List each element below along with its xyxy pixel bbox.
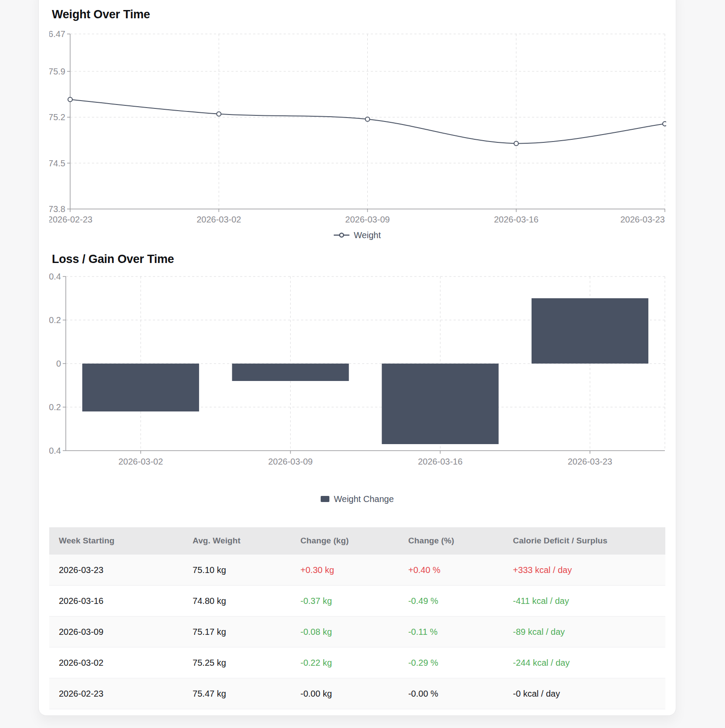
column-header-3: Change (kg) (293, 527, 400, 555)
weight-chart-title: Weight Over Time (52, 7, 665, 21)
cell-2: 74.80 kg (185, 586, 292, 617)
loss-gain-bar-chart[interactable]: 0.40.20-0.2-0.42026-03-022026-03-092026-… (49, 273, 666, 469)
column-header-2: Avg. Weight (185, 527, 292, 555)
legend-weight-change-label: Weight Change (334, 493, 394, 505)
cell-1: 2026-03-23 (49, 555, 185, 586)
cell-5: -89 kcal / day (505, 617, 665, 647)
data-point-marker[interactable] (663, 121, 666, 126)
cell-1: 2026-03-16 (49, 586, 185, 617)
cell-1: 2026-03-09 (49, 617, 185, 647)
loss-gain-chart-title: Loss / Gain Over Time (52, 252, 665, 266)
x-tick-label: 2026-02-23 (49, 215, 92, 224)
cell-1: 2026-03-02 (49, 647, 185, 678)
data-point-marker[interactable] (514, 141, 518, 145)
bar-series-icon (321, 496, 329, 502)
x-tick-label: 2026-03-02 (196, 215, 241, 224)
y-tick-label: 75.9 (49, 67, 65, 76)
y-tick-label: 74.5 (49, 158, 65, 168)
column-header-1: Week Starting (49, 527, 185, 555)
x-tick-label: 2026-03-09 (345, 215, 390, 224)
cell-4: -0.49 % (400, 586, 505, 617)
cell-2: 75.10 kg (185, 555, 292, 586)
table-header: Week StartingAvg. WeightChange (kg)Chang… (49, 527, 665, 555)
cell-2: 75.25 kg (185, 647, 292, 678)
data-point-marker[interactable] (217, 112, 221, 116)
cell-1: 2026-02-23 (49, 678, 185, 709)
cell-5: +333 kcal / day (505, 555, 665, 586)
y-tick-label: -0.4 (49, 446, 61, 455)
cell-5: -411 kcal / day (505, 586, 665, 617)
y-tick-label: 0.2 (49, 315, 61, 325)
column-header-5: Calorie Deficit / Surplus (505, 527, 665, 555)
cell-3: -0.37 kg (293, 586, 400, 617)
y-tick-label: 0 (56, 359, 61, 368)
y-tick-label: 73.8 (49, 204, 65, 214)
y-tick-label: 76.47 (49, 29, 65, 39)
cell-5: -244 kcal / day (505, 647, 665, 678)
weight-change-bar[interactable] (232, 364, 349, 381)
y-tick-label: 75.2 (49, 112, 65, 122)
x-tick-label: 2026-03-23 (568, 457, 612, 466)
table-row: 2026-03-1674.80 kg-0.37 kg-0.49 %-411 kc… (49, 586, 665, 617)
cell-2: 75.47 kg (185, 678, 292, 709)
x-tick-label: 2026-03-16 (494, 215, 539, 224)
data-point-marker[interactable] (68, 98, 72, 102)
y-tick-label: 0.4 (49, 273, 61, 281)
weight-change-bar[interactable] (532, 298, 648, 364)
table-row: 2026-02-2375.47 kg-0.00 kg-0.00 %-0 kcal… (49, 678, 665, 709)
y-tick-label: -0.2 (49, 402, 61, 412)
weight-line-chart[interactable]: 76.4775.975.274.573.82026-02-232026-03-0… (49, 27, 666, 224)
cell-4: -0.00 % (400, 678, 505, 709)
weight-change-bar[interactable] (382, 364, 498, 444)
cell-4: -0.29 % (400, 647, 505, 678)
x-tick-label: 2026-03-02 (119, 457, 163, 466)
legend-weight-change[interactable]: Weight Change (49, 493, 665, 505)
column-header-4: Change (%) (400, 527, 505, 555)
data-point-marker[interactable] (366, 117, 370, 121)
x-tick-label: 2026-03-16 (418, 457, 462, 466)
cell-4: -0.11 % (400, 617, 505, 647)
cell-3: -0.00 kg (293, 678, 400, 709)
line-series-icon (334, 232, 349, 238)
weekly-summary-table: Week StartingAvg. WeightChange (kg)Chang… (49, 527, 665, 709)
weight-change-bar[interactable] (82, 364, 199, 411)
legend-weight-label: Weight (354, 229, 381, 241)
cell-3: +0.30 kg (293, 555, 400, 586)
table-row: 2026-03-2375.10 kg+0.30 kg+0.40 %+333 kc… (49, 555, 665, 586)
table-row: 2026-03-0975.17 kg-0.08 kg-0.11 %-89 kca… (49, 617, 665, 647)
cell-5: -0 kcal / day (505, 678, 665, 709)
cell-3: -0.22 kg (293, 647, 400, 678)
x-tick-label: 2026-03-09 (268, 457, 312, 466)
cell-3: -0.08 kg (293, 617, 400, 647)
table-body: 2026-03-2375.10 kg+0.30 kg+0.40 %+333 kc… (49, 555, 665, 709)
table-row: 2026-03-0275.25 kg-0.22 kg-0.29 %-244 kc… (49, 647, 665, 678)
weekly-report-card: Weight Over Time 76.4775.975.274.573.820… (38, 0, 676, 716)
cell-4: +0.40 % (400, 555, 505, 586)
legend-weight[interactable]: Weight (49, 229, 665, 241)
cell-2: 75.17 kg (185, 617, 292, 647)
x-tick-label: 2026-03-23 (620, 215, 665, 224)
